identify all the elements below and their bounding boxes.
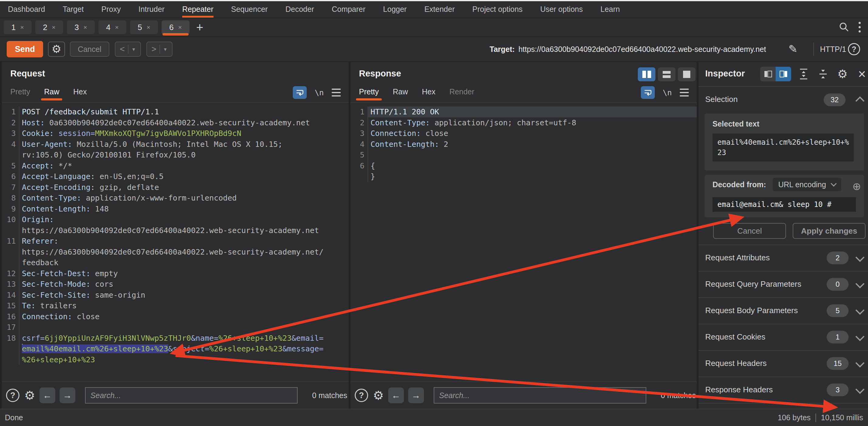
previous-match-button[interactable]: ← — [39, 388, 55, 403]
dock-left-icon[interactable] — [760, 67, 776, 81]
menu-item-comparer[interactable]: Comparer — [332, 1, 365, 18]
repeater-tab-3[interactable]: 3× — [67, 20, 95, 34]
menu-item-target[interactable]: Target — [63, 1, 84, 18]
menu-item-learn[interactable]: Learn — [600, 1, 620, 18]
chevron-down-icon[interactable] — [856, 253, 865, 262]
editor-menu-icon[interactable] — [680, 89, 689, 97]
response-editor[interactable]: 1HTTP/1.1 200 OK2Content-Type: applicati… — [350, 103, 697, 381]
more-options-icon[interactable] — [859, 22, 861, 32]
close-tab-icon[interactable]: × — [147, 24, 150, 31]
menu-item-logger[interactable]: Logger — [383, 1, 407, 18]
menu-item-proxy[interactable]: Proxy — [101, 1, 121, 18]
expand-all-icon[interactable] — [798, 67, 810, 81]
send-settings-gear-icon[interactable]: ⚙ — [48, 41, 65, 57]
section-count-badge: 1 — [827, 331, 848, 343]
chevron-down-icon[interactable] — [856, 280, 865, 289]
search-settings-gear-icon[interactable]: ⚙ — [24, 388, 35, 402]
chevron-down-icon[interactable] — [856, 332, 865, 341]
history-back-button[interactable]: <▼ — [115, 41, 141, 57]
request-editor-icons: \n — [293, 86, 341, 99]
chevron-down-icon[interactable] — [856, 306, 865, 315]
chevron-up-icon[interactable] — [856, 97, 865, 106]
menu-item-project-options[interactable]: Project options — [472, 1, 522, 18]
menu-item-dashboard[interactable]: Dashboard — [8, 1, 45, 18]
editor-line: rv:105.0) Gecko/20100101 Firefox/105.0 — [2, 150, 349, 161]
rows-layout-icon[interactable] — [658, 67, 676, 81]
response-tab-raw[interactable]: Raw — [393, 87, 408, 100]
chevron-down-icon[interactable] — [856, 359, 865, 368]
word-wrap-icon[interactable] — [641, 86, 655, 99]
menu-item-intruder[interactable]: Intruder — [138, 1, 165, 18]
response-search-input[interactable] — [434, 387, 646, 403]
response-tab-pretty[interactable]: Pretty — [359, 87, 379, 100]
apply-changes-button[interactable]: Apply changes — [793, 223, 866, 239]
edit-target-pencil-icon[interactable]: ✎ — [788, 37, 798, 61]
request-tab-hex[interactable]: Hex — [73, 87, 87, 100]
repeater-tab-2[interactable]: 2× — [35, 20, 63, 34]
response-tab-hex[interactable]: Hex — [422, 87, 435, 100]
inspector-section-request-cookies[interactable]: Request Cookies1 — [699, 324, 868, 351]
repeater-tab-1[interactable]: 1× — [4, 20, 32, 34]
search-settings-gear-icon[interactable]: ⚙ — [373, 388, 384, 402]
repeater-tab-4[interactable]: 4× — [98, 20, 126, 34]
chevron-down-icon[interactable] — [856, 385, 865, 394]
dock-right-icon[interactable] — [776, 67, 791, 81]
add-tab-button[interactable]: + — [196, 21, 203, 34]
show-newlines-icon[interactable]: \n — [663, 88, 672, 97]
editor-line: 14Sec-Fetch-Site: same-origin — [2, 290, 349, 301]
selection-label: Selection — [705, 95, 738, 104]
request-editor[interactable]: 1POST /feedback/submit HTTP/1.12Host: 0a… — [2, 103, 349, 381]
request-tab-raw[interactable]: Raw — [44, 87, 59, 100]
close-tab-icon[interactable]: × — [84, 24, 87, 31]
section-label: Request Body Parameters — [705, 306, 798, 315]
inspector-section-response-headers[interactable]: Response Headers3 — [699, 377, 868, 403]
history-forward-button[interactable]: >▼ — [146, 41, 173, 57]
show-newlines-icon[interactable]: \n — [315, 88, 324, 97]
previous-match-button[interactable]: ← — [388, 388, 404, 403]
cancel-button[interactable]: Cancel — [70, 41, 109, 57]
repeater-tab-5[interactable]: 5× — [130, 20, 158, 34]
inspector-section-request-query-parameters[interactable]: Request Query Parameters0 — [699, 271, 868, 298]
search-help-icon[interactable]: ? — [6, 389, 20, 402]
decoded-text-value[interactable]: email@email.cm& sleep 10 # — [713, 197, 856, 212]
repeater-tab-6[interactable]: 6× — [162, 20, 189, 34]
inspector-section-request-headers[interactable]: Request Headers15 — [699, 351, 868, 377]
close-tab-icon[interactable]: × — [178, 24, 182, 31]
selected-text-value[interactable]: email%40email.cm%26+sleep+10+%23 — [713, 133, 854, 161]
inspector-settings-gear-icon[interactable]: ⚙ — [836, 67, 849, 81]
send-button[interactable]: Send — [7, 41, 43, 57]
http-version-selector[interactable]: HTTP/1 — [820, 37, 846, 61]
request-panel-title: Request — [10, 69, 45, 78]
request-search-input[interactable] — [85, 387, 298, 403]
editor-line: email%40email.cm%26+sleep+10+%23&subject… — [2, 343, 349, 354]
close-tab-icon[interactable]: × — [52, 24, 56, 31]
close-tab-icon[interactable]: × — [20, 24, 24, 31]
editor-menu-icon[interactable] — [332, 89, 341, 97]
help-icon[interactable]: ? — [848, 43, 860, 55]
inspector-section-request-attributes[interactable]: Request Attributes2 — [699, 245, 868, 271]
collapse-all-icon[interactable] — [817, 67, 829, 81]
response-tab-render[interactable]: Render — [450, 87, 474, 100]
search-help-icon[interactable]: ? — [355, 389, 368, 402]
editor-line: 2Host: 0a6300b904092de0c07ed66400a40022.… — [2, 118, 349, 128]
menu-item-repeater[interactable]: Repeater — [182, 1, 214, 18]
add-encoding-layer-icon[interactable]: ⊕ — [852, 180, 861, 192]
selection-section-header[interactable]: Selection 32 — [699, 87, 868, 113]
search-icon[interactable] — [839, 22, 849, 32]
next-match-button[interactable]: → — [408, 388, 424, 403]
columns-layout-icon[interactable] — [638, 67, 655, 81]
next-match-button[interactable]: → — [60, 388, 75, 403]
inspector-section-request-body-parameters[interactable]: Request Body Parameters5 — [699, 298, 868, 324]
encoding-dropdown[interactable]: URL encoding — [773, 178, 841, 191]
menu-item-decoder[interactable]: Decoder — [285, 1, 314, 18]
single-pane-layout-icon[interactable] — [678, 67, 695, 81]
close-tab-icon[interactable]: × — [115, 24, 119, 31]
inspector-cancel-button[interactable]: Cancel — [713, 223, 786, 239]
request-tab-pretty[interactable]: Pretty — [10, 87, 30, 100]
menu-item-extender[interactable]: Extender — [424, 1, 455, 18]
word-wrap-icon[interactable] — [293, 86, 307, 99]
editor-line: 6{ — [350, 161, 697, 171]
menu-item-user-options[interactable]: User options — [540, 1, 583, 18]
menu-item-sequencer[interactable]: Sequencer — [231, 1, 268, 18]
inspector-close-icon[interactable]: × — [855, 67, 868, 81]
